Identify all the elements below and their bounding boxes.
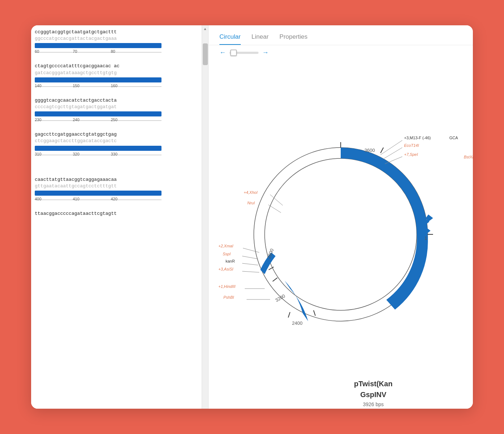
svg-line-11	[314, 310, 315, 316]
svg-text:1: 1	[424, 235, 427, 241]
svg-text:+4,XhoI: +4,XhoI	[244, 190, 257, 195]
seq-block-2: ctagtgccccatatttcgacggaacac ac gatcacggg…	[35, 63, 201, 90]
tab-properties[interactable]: Properties	[280, 33, 307, 45]
right-panel: Circular Linear Properties ← →	[209, 25, 473, 409]
tabs-bar: Circular Linear Properties	[209, 25, 473, 45]
seq-bar-3	[35, 111, 161, 116]
seq-bot-4: ctcggaagctaccttggacataccgactc	[35, 138, 201, 144]
svg-line-38	[242, 271, 259, 272]
svg-text:GspINV: GspINV	[360, 391, 387, 399]
svg-line-28	[270, 195, 283, 205]
svg-text:pTwist(Kan: pTwist(Kan	[354, 380, 392, 388]
seq-block-5: caacttatgttaacggtcaggagaaacaa gttgaataca…	[35, 176, 201, 204]
slider-thumb[interactable]	[230, 50, 237, 56]
svg-line-36	[242, 263, 258, 265]
seq-bot-1: ggcccatgccacgattactacgactgaaa	[35, 35, 201, 42]
svg-text:2400: 2400	[292, 320, 303, 326]
seq-block-1: ccgggtacggtgctaatgatgctgacttt ggcccatgcc…	[35, 29, 201, 56]
svg-line-34	[242, 256, 258, 259]
svg-line-6	[381, 148, 383, 153]
svg-line-30	[268, 205, 281, 213]
svg-text:NruI: NruI	[247, 201, 255, 205]
svg-text:3600: 3600	[365, 148, 375, 153]
svg-text:+3,AsiSI: +3,AsiSI	[218, 267, 233, 271]
svg-text:EcoT14I: EcoT14I	[404, 143, 419, 148]
seq-top-2: ctagtgccccatatttcgacggaacac ac	[35, 63, 201, 69]
svg-line-10	[288, 312, 290, 318]
seq-bot-5: gttgaatacaattgccagtcctctttgtt	[35, 183, 201, 190]
circular-area: 3600 3200 2800 2400 1 pTwist(Kan GspINV …	[209, 60, 473, 409]
svg-text:+3,M13-F (-46): +3,M13-F (-46)	[404, 136, 431, 140]
seq-top-5: caacttatgttaacggtcaggagaaacaa	[35, 176, 201, 183]
svg-text:kanR: kanR	[226, 259, 235, 263]
slider-right-arrow[interactable]: →	[262, 49, 269, 56]
scrollbar[interactable]: ▲	[202, 25, 208, 409]
svg-text:SspI: SspI	[223, 252, 231, 256]
seq-block-3: ggggtcacgcaacatctactgacctacta ccccagtcgc…	[35, 97, 201, 125]
seq-bot-2: gatcacgggatataaagctgccttgtgtg	[35, 70, 201, 76]
scroll-up-arrow[interactable]: ▲	[202, 25, 208, 33]
main-card: ccgggtacggtgctaatgatgctgacttt ggcccatgcc…	[31, 25, 473, 409]
plasmid-svg: 3600 3200 2800 2400 1 pTwist(Kan GspINV …	[218, 111, 464, 357]
tab-circular[interactable]: Circular	[219, 33, 241, 45]
seq-block-6: ttaacggacccccagataacttcgtagtt	[35, 210, 201, 217]
svg-text:+2,XmaI: +2,XmaI	[218, 244, 233, 248]
slider-row: ← →	[209, 45, 473, 60]
svg-line-26	[385, 157, 402, 164]
svg-text:+1,HindIII: +1,HindIII	[218, 284, 235, 289]
ruler-4: 310 320 330	[35, 152, 161, 159]
svg-text:3200: 3200	[274, 293, 286, 303]
ruler-5: 400 410 420	[35, 197, 161, 204]
seq-bar-2	[35, 77, 161, 82]
svg-line-8	[273, 278, 277, 281]
slider-track[interactable]	[230, 52, 259, 54]
seq-bar-5	[35, 191, 161, 196]
left-panel: ccgggtacggtgctaatgatgctgacttt ggcccatgcc…	[31, 25, 209, 409]
svg-line-32	[243, 248, 259, 252]
svg-point-1	[265, 158, 417, 310]
seq-bar-1	[35, 43, 161, 48]
slider-left-arrow[interactable]: ←	[219, 49, 226, 56]
ruler-3: 230 240 250	[35, 118, 161, 125]
svg-text:3926 bps: 3926 bps	[363, 401, 384, 407]
seq-block-4: gagccttcgatggaacctgtatggctgag ctcggaagct…	[35, 131, 201, 159]
ruler-1: 60 70 80	[35, 49, 161, 56]
svg-text:GCA: GCA	[449, 136, 458, 140]
circular-map: 3600 3200 2800 2400 1 pTwist(Kan GspINV …	[218, 111, 464, 357]
ruler-2: 140 150 160	[35, 84, 161, 91]
svg-text:+7,SpeI: +7,SpeI	[404, 152, 418, 157]
svg-text:BstXI: BstXI	[464, 155, 473, 159]
seq-top-1: ccgggtacggtgctaatgatgctgacttt	[35, 29, 201, 35]
svg-line-20	[381, 140, 402, 155]
svg-text:PshBI: PshBI	[223, 295, 234, 299]
svg-line-23	[384, 148, 402, 158]
scrollbar-thumb[interactable]	[203, 43, 208, 65]
seq-top-4: gagccttcgatggaacctgtatggctgag	[35, 131, 201, 138]
seq-bar-4	[35, 146, 161, 151]
seq-bot-3: ccccagtcgcttgtagatgactggatgat	[35, 104, 201, 110]
seq-top-6: ttaacggacccccagataacttcgtagtt	[35, 210, 201, 217]
sequence-content: ccgggtacggtgctaatgatgctgacttt ggcccatgcc…	[31, 25, 201, 227]
tab-linear[interactable]: Linear	[252, 33, 269, 45]
seq-top-3: ggggtcacgcaacatctactgacctacta	[35, 97, 201, 104]
